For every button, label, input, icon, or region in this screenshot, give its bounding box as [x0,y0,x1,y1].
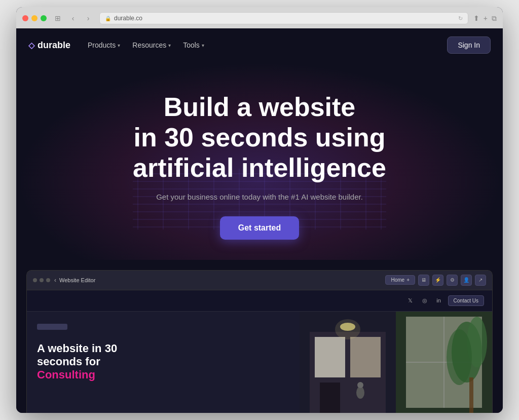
preview-person-icon[interactable]: 👤 [461,275,472,286]
lock-icon: 🔒 [105,16,111,21]
nav-links: Products ▾ Resources ▾ Tools ▾ [83,38,447,52]
refresh-icon[interactable]: ↻ [458,15,463,22]
hero-section: Build a website in 30 seconds using arti… [16,62,503,259]
svg-rect-22 [350,337,381,377]
preview-left-column: A website in 30 seconds for Consulting [27,312,300,413]
svg-point-27 [335,319,360,339]
preview-image-right [396,312,492,413]
preview-right-column [300,312,492,413]
preview-dot-1 [33,278,37,282]
twitter-icon[interactable]: 𝕏 [405,295,416,306]
preview-image-collage [300,312,492,413]
get-started-button[interactable]: Get started [220,216,299,240]
address-bar[interactable]: 🔒 durable.co ↻ [99,12,468,24]
add-tab-icon[interactable]: + [484,14,488,22]
contact-us-button[interactable]: Contact Us [448,295,484,306]
linkedin-icon[interactable]: in [434,295,444,306]
preview-toolbar: Home + 🖥 ⚡ ⚙ 👤 ↗ [385,275,486,286]
website-content: ◇ durable Products ▾ Resources ▾ Tools ▾… [16,28,503,412]
nav-item-products[interactable]: Products ▾ [83,38,125,52]
preview-dot-3 [46,278,50,282]
office-image-right [396,312,492,413]
nav-item-resources[interactable]: Resources ▾ [127,38,176,52]
preview-window: ‹ Website Editor Home + 🖥 ⚡ ⚙ 👤 ↗ [26,270,493,413]
svg-rect-36 [469,377,473,413]
instagram-icon[interactable]: ◎ [420,295,430,306]
svg-point-24 [356,387,364,399]
svg-point-35 [447,329,472,385]
svg-point-25 [357,382,363,388]
back-button[interactable]: ‹ [67,12,79,24]
forward-button[interactable]: › [82,12,94,24]
preview-lightning-icon[interactable]: ⚡ [432,275,443,286]
traffic-lights [22,15,47,21]
preview-website: 𝕏 ◎ in Contact Us A website in 30 second… [27,290,492,413]
windows-icon[interactable]: ⧉ [492,14,497,23]
browser-nav: ⊞ ‹ › [52,12,94,24]
preview-home-tab[interactable]: Home + [385,275,415,285]
preview-external-link-icon[interactable]: ↗ [475,275,486,286]
preview-dot-2 [40,278,44,282]
preview-chrome: ‹ Website Editor Home + 🖥 ⚡ ⚙ 👤 ↗ [27,271,492,290]
url-text: durable.co [114,15,142,22]
preview-nav-bar: 𝕏 ◎ in Contact Us [27,290,492,312]
preview-image-left [300,312,396,413]
logo-text: durable [38,40,70,51]
preview-monitor-icon[interactable]: 🖥 [418,275,429,286]
hero-subtitle: Get your business online today with the … [36,193,483,201]
hero-title: Build a website in 30 seconds using arti… [36,92,483,183]
preview-gear-icon[interactable]: ⚙ [447,275,458,286]
chevron-down-icon: ▾ [118,43,120,48]
preview-hero-title: A website in 30 seconds for Consulting [37,342,289,382]
browser-chrome: ⊞ ‹ › 🔒 durable.co ↻ ⬆ + ⧉ [16,7,503,28]
sign-in-button[interactable]: Sign In [447,36,491,54]
preview-title: Website Editor [59,277,95,283]
logo-icon: ◇ [28,41,34,50]
share-icon[interactable]: ⬆ [473,14,479,22]
preview-back-icon[interactable]: ‹ [54,277,56,284]
sidebar-toggle-button[interactable]: ⊞ [52,12,64,24]
browser-window: ⊞ ‹ › 🔒 durable.co ↻ ⬆ + ⧉ ◇ durable Pro… [16,7,503,412]
minimize-button[interactable] [31,15,38,21]
site-logo[interactable]: ◇ durable [28,40,70,51]
preview-content: A website in 30 seconds for Consulting [27,312,492,413]
preview-logo-placeholder [37,324,67,330]
chevron-down-icon: ▾ [168,43,171,48]
preview-dots [33,278,50,282]
office-image-left [300,312,396,413]
chevron-down-icon: ▾ [202,43,204,48]
close-button[interactable] [22,15,28,21]
svg-rect-21 [315,337,345,377]
site-nav: ◇ durable Products ▾ Resources ▾ Tools ▾… [16,28,503,62]
nav-item-tools[interactable]: Tools ▾ [178,38,209,52]
preview-title-bar: ‹ Website Editor [54,277,381,284]
fullscreen-button[interactable] [41,15,47,21]
browser-actions: ⬆ + ⧉ [473,14,497,23]
svg-rect-23 [320,383,340,413]
